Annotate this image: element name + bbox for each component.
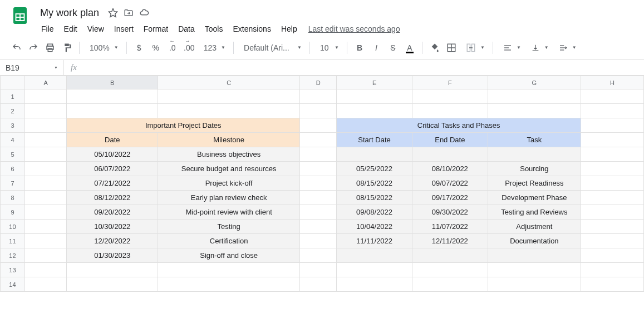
merge-cells-dropdown[interactable]: ▼ bbox=[460, 40, 488, 56]
italic-button[interactable]: I bbox=[368, 40, 384, 56]
text-wrap-dropdown[interactable]: ▼ bbox=[553, 40, 580, 56]
format-currency-button[interactable]: $ bbox=[131, 40, 147, 56]
borders-button[interactable] bbox=[444, 40, 459, 56]
spreadsheet-grid[interactable]: A B C D E F G H 1 2 3 Important Project … bbox=[0, 76, 644, 292]
cell[interactable]: Development Phase bbox=[488, 191, 581, 205]
cell[interactable]: Sourcing bbox=[488, 162, 581, 176]
cell[interactable] bbox=[337, 248, 412, 263]
horizontal-align-dropdown[interactable]: ▼ bbox=[498, 40, 524, 56]
text-color-button[interactable]: A bbox=[402, 40, 417, 56]
col-header-A[interactable]: A bbox=[24, 76, 66, 89]
cell[interactable]: Early plan review check bbox=[158, 191, 300, 205]
menu-extensions[interactable]: Extensions bbox=[228, 22, 275, 36]
redo-button[interactable] bbox=[26, 40, 41, 56]
cell[interactable]: 08/12/2022 bbox=[67, 191, 158, 205]
row-header[interactable]: 9 bbox=[1, 205, 25, 220]
row-header[interactable]: 10 bbox=[1, 220, 25, 234]
cell[interactable]: 10/04/2022 bbox=[337, 220, 412, 234]
menu-help[interactable]: Help bbox=[277, 22, 302, 36]
undo-button[interactable] bbox=[9, 40, 24, 56]
cell[interactable]: Documentation bbox=[488, 234, 581, 248]
col-header-G[interactable]: G bbox=[488, 76, 581, 89]
cell[interactable]: 06/07/2022 bbox=[67, 162, 158, 176]
cell[interactable] bbox=[412, 147, 488, 162]
section-title-tasks[interactable]: Critical Tasks and Phases bbox=[337, 118, 581, 133]
font-size-dropdown[interactable]: 10▼ bbox=[314, 40, 342, 56]
name-box[interactable]: B19▼ bbox=[0, 60, 64, 75]
tasks-col-start[interactable]: Start Date bbox=[337, 133, 412, 147]
font-family-dropdown[interactable]: Default (Ari...▼ bbox=[238, 40, 305, 56]
col-header-B[interactable]: B bbox=[67, 76, 158, 89]
cell[interactable]: 11/11/2022 bbox=[337, 234, 412, 248]
row-header[interactable]: 14 bbox=[1, 277, 25, 292]
cell[interactable]: Mid-point review with client bbox=[158, 205, 300, 220]
menu-insert[interactable]: Insert bbox=[110, 22, 138, 36]
last-edit-link[interactable]: Last edit was seconds ago bbox=[308, 24, 400, 33]
zoom-dropdown[interactable]: 100%▼ bbox=[84, 40, 122, 56]
col-header-H[interactable]: H bbox=[581, 76, 644, 89]
cell[interactable]: Business objectives bbox=[158, 147, 300, 162]
cell[interactable]: Secure budget and resources bbox=[158, 162, 300, 176]
cell[interactable]: 05/10/2022 bbox=[67, 147, 158, 162]
dates-col-date[interactable]: Date bbox=[67, 133, 158, 147]
tasks-col-end[interactable]: End Date bbox=[412, 133, 488, 147]
row-header[interactable]: 1 bbox=[1, 89, 25, 104]
decrease-decimals-button[interactable]: ←.0 bbox=[165, 40, 180, 56]
menu-edit[interactable]: Edit bbox=[60, 22, 82, 36]
cell[interactable]: Testing bbox=[158, 220, 300, 234]
section-title-dates[interactable]: Important Project Dates bbox=[67, 118, 300, 133]
cell[interactable]: 09/30/2022 bbox=[412, 205, 488, 220]
cell[interactable] bbox=[412, 248, 488, 263]
col-header-C[interactable]: C bbox=[158, 76, 300, 89]
cell[interactable]: 09/20/2022 bbox=[67, 205, 158, 220]
cell[interactable]: Adjustment bbox=[488, 220, 581, 234]
sheets-logo[interactable] bbox=[9, 4, 31, 27]
strikethrough-button[interactable]: S bbox=[385, 40, 401, 56]
cell[interactable]: Certification bbox=[158, 234, 300, 248]
menu-tools[interactable]: Tools bbox=[200, 22, 228, 36]
row-header[interactable]: 4 bbox=[1, 133, 25, 147]
increase-decimals-button[interactable]: →.00 bbox=[181, 40, 197, 56]
fill-color-button[interactable] bbox=[427, 40, 443, 56]
print-button[interactable] bbox=[42, 40, 58, 56]
row-header[interactable]: 8 bbox=[1, 191, 25, 205]
cell[interactable]: 09/17/2022 bbox=[412, 191, 488, 205]
tasks-col-task[interactable]: Task bbox=[488, 133, 581, 147]
menu-view[interactable]: View bbox=[83, 22, 109, 36]
cell[interactable]: Project kick-off bbox=[158, 176, 300, 191]
doc-title[interactable]: My work plan bbox=[37, 6, 102, 20]
star-icon[interactable] bbox=[108, 8, 118, 18]
menu-data[interactable]: Data bbox=[174, 22, 199, 36]
row-header[interactable]: 3 bbox=[1, 118, 25, 133]
cell[interactable]: 08/10/2022 bbox=[412, 162, 488, 176]
row-header[interactable]: 7 bbox=[1, 176, 25, 191]
cell[interactable]: 01/30/2023 bbox=[67, 248, 158, 263]
paint-format-button[interactable] bbox=[59, 40, 75, 56]
cell[interactable]: 09/08/2022 bbox=[337, 205, 412, 220]
row-header[interactable]: 6 bbox=[1, 162, 25, 176]
cell[interactable] bbox=[488, 248, 581, 263]
cell[interactable] bbox=[488, 147, 581, 162]
row-header[interactable]: 2 bbox=[1, 104, 25, 118]
vertical-align-dropdown[interactable]: ▼ bbox=[525, 40, 552, 56]
cell[interactable]: 11/07/2022 bbox=[412, 220, 488, 234]
dates-col-milestone[interactable]: Milestone bbox=[158, 133, 300, 147]
cell[interactable]: Sign-off and close bbox=[158, 248, 300, 263]
col-header-D[interactable]: D bbox=[300, 76, 337, 89]
cell[interactable]: Testing and Reviews bbox=[488, 205, 581, 220]
cell[interactable]: 05/25/2022 bbox=[337, 162, 412, 176]
col-header-F[interactable]: F bbox=[412, 76, 488, 89]
move-icon[interactable] bbox=[124, 8, 134, 18]
cell[interactable]: Project Readiness bbox=[488, 176, 581, 191]
cell[interactable]: 08/15/2022 bbox=[337, 191, 412, 205]
cell[interactable] bbox=[337, 147, 412, 162]
bold-button[interactable]: B bbox=[352, 40, 367, 56]
menu-file[interactable]: File bbox=[37, 22, 58, 36]
cell[interactable]: 12/11/2022 bbox=[412, 234, 488, 248]
cell[interactable]: 08/15/2022 bbox=[337, 176, 412, 191]
cell[interactable]: 09/07/2022 bbox=[412, 176, 488, 191]
menu-format[interactable]: Format bbox=[139, 22, 173, 36]
cell[interactable]: 07/21/2022 bbox=[67, 176, 158, 191]
row-header[interactable]: 12 bbox=[1, 248, 25, 263]
select-all-corner[interactable] bbox=[1, 76, 25, 89]
